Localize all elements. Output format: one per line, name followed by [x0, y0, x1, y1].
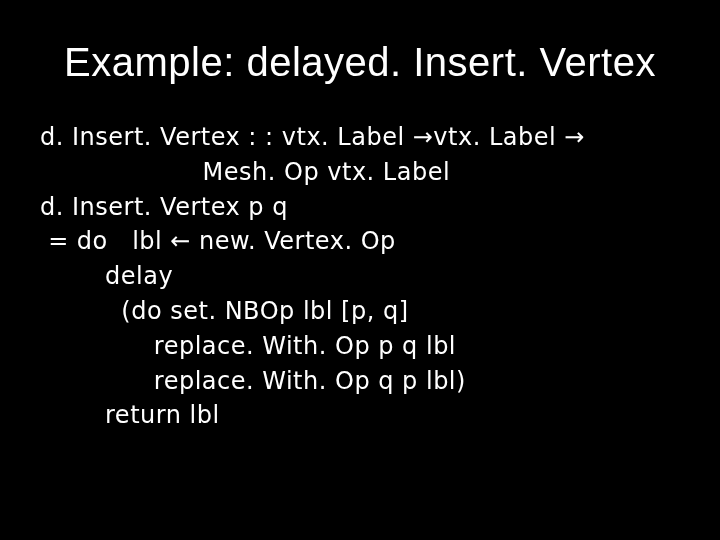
slide-title: Example: delayed. Insert. Vertex [40, 40, 680, 85]
slide: Example: delayed. Insert. Vertex d. Inse… [0, 0, 720, 540]
code-block: d. Insert. Vertex : : vtx. Label →vtx. L… [40, 120, 680, 433]
